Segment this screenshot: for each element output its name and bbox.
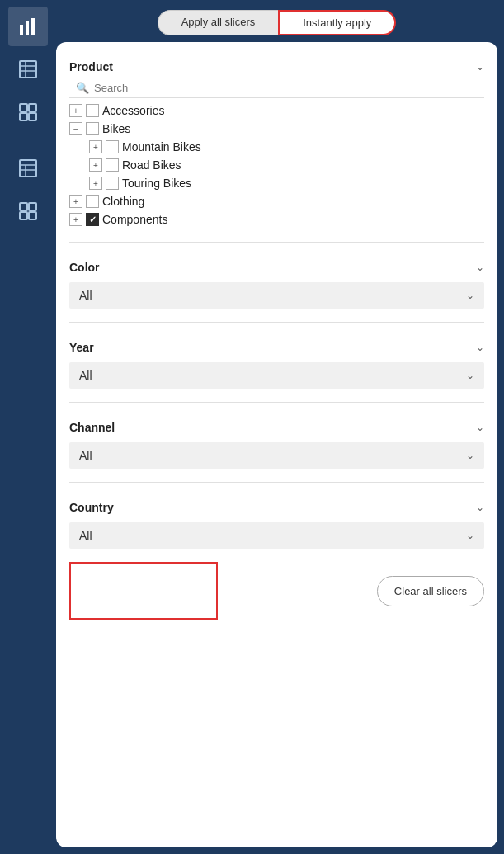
sidebar-item-table2[interactable] [8,149,48,188]
tab-bar: Apply all slicers Instantly apply [56,7,497,35]
label-mountain-bikes: Mountain Bikes [122,140,201,153]
label-accessories: Accessories [102,104,164,117]
color-chevron-icon: ⌄ [476,262,484,273]
sidebar [0,0,56,854]
year-dropdown-chevron-icon: ⌄ [466,370,474,381]
product-search-input[interactable] [94,82,478,94]
label-clothing: Clothing [102,195,144,208]
year-chevron-icon: ⌄ [476,342,484,353]
color-dropdown[interactable]: All ⌄ [69,282,484,309]
divider-4 [69,482,484,483]
color-slicer: Color ⌄ All ⌄ [69,256,484,309]
country-slicer-label: Country [69,501,114,514]
product-slicer-header[interactable]: Product ⌄ [69,55,484,78]
color-slicer-header[interactable]: Color ⌄ [69,256,484,279]
country-dropdown-chevron-icon: ⌄ [466,530,474,541]
channel-dropdown[interactable]: All ⌄ [69,442,484,469]
year-dropdown[interactable]: All ⌄ [69,362,484,389]
label-road-bikes: Road Bikes [122,158,181,172]
expand-accessories[interactable]: + [69,104,82,117]
product-search-box: 🔍 [69,78,484,98]
checkbox-road-bikes[interactable] [106,158,119,172]
sidebar-item-bar-chart[interactable] [8,7,48,46]
divider-1 [69,242,484,243]
expand-road-bikes[interactable]: + [89,158,102,172]
checkbox-touring-bikes[interactable] [106,177,119,190]
checkbox-accessories[interactable] [86,104,99,117]
year-slicer-label: Year [69,341,94,354]
channel-slicer: Channel ⌄ All ⌄ [69,416,484,469]
product-chevron-icon: ⌄ [476,61,484,73]
country-dropdown[interactable]: All ⌄ [69,522,484,549]
divider-3 [69,402,484,403]
channel-slicer-header[interactable]: Channel ⌄ [69,416,484,439]
clear-all-slicers-button[interactable]: Clear all slicers [377,576,484,606]
svg-rect-7 [20,104,27,111]
svg-rect-15 [20,203,27,210]
checkbox-mountain-bikes[interactable] [106,140,119,153]
bottom-bar: Clear all slicers [69,562,484,620]
checkbox-components[interactable] [86,213,99,226]
label-touring-bikes: Touring Bikes [122,177,191,190]
country-slicer: Country ⌄ All ⌄ [69,496,484,549]
checkbox-bikes[interactable] [86,122,99,135]
tree-item-clothing: + Clothing [69,192,484,210]
svg-rect-2 [31,18,35,35]
tab-apply-all-slicers[interactable]: Apply all slicers [158,10,279,35]
expand-bikes[interactable]: − [69,122,82,135]
sidebar-item-grid-split2[interactable] [8,191,48,231]
expand-components[interactable]: + [69,213,82,226]
expand-touring-bikes[interactable]: + [89,177,102,190]
country-slicer-header[interactable]: Country ⌄ [69,496,484,519]
apply-button[interactable] [69,562,218,620]
tree-item-road-bikes: + Road Bikes [69,156,484,174]
search-icon: 🔍 [76,82,89,94]
main-content: Apply all slicers Instantly apply Produc… [56,0,504,854]
year-dropdown-value: All [79,369,92,382]
expand-mountain-bikes[interactable]: + [89,140,102,153]
panel: Product ⌄ 🔍 + Accessories − Bikes + [56,42,497,847]
svg-rect-10 [29,113,36,120]
svg-rect-0 [20,25,23,35]
tab-instantly-apply[interactable]: Instantly apply [278,10,396,35]
product-slicer: Product ⌄ 🔍 + Accessories − Bikes + [69,55,484,229]
label-bikes: Bikes [102,122,130,135]
svg-rect-17 [20,212,27,219]
sidebar-item-table[interactable] [8,50,48,89]
product-slicer-label: Product [69,60,113,73]
divider-2 [69,322,484,323]
svg-rect-9 [20,113,27,120]
svg-rect-18 [29,212,36,219]
country-chevron-icon: ⌄ [476,502,484,513]
sidebar-item-grid-split[interactable] [8,92,48,132]
channel-chevron-icon: ⌄ [476,422,484,433]
checkbox-clothing[interactable] [86,195,99,208]
expand-clothing[interactable]: + [69,195,82,208]
color-dropdown-chevron-icon: ⌄ [466,290,474,301]
svg-rect-3 [20,61,36,78]
tree-item-components: + Components [69,210,484,229]
channel-slicer-label: Channel [69,421,115,434]
tree-item-accessories: + Accessories [69,101,484,120]
year-slicer: Year ⌄ All ⌄ [69,336,484,389]
svg-rect-1 [26,21,29,35]
country-dropdown-value: All [79,529,92,542]
channel-dropdown-chevron-icon: ⌄ [466,450,474,461]
color-dropdown-value: All [79,289,92,302]
label-components: Components [102,213,167,226]
tree-item-mountain-bikes: + Mountain Bikes [69,138,484,156]
svg-rect-16 [29,203,36,210]
svg-rect-8 [29,104,36,111]
svg-rect-11 [20,160,36,177]
channel-dropdown-value: All [79,449,92,462]
tree-item-bikes: − Bikes [69,120,484,138]
year-slicer-header[interactable]: Year ⌄ [69,336,484,359]
color-slicer-label: Color [69,261,100,274]
tree-item-touring-bikes: + Touring Bikes [69,174,484,192]
